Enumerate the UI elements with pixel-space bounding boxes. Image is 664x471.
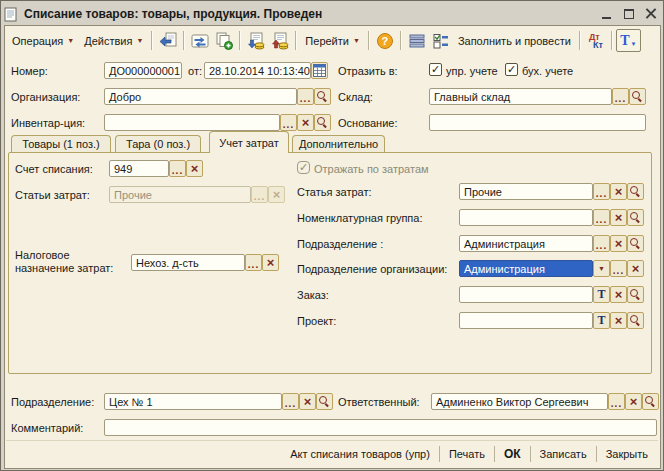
nomenclature-group-label: Номенклатурная группа:: [297, 212, 423, 224]
copy-button[interactable]: [212, 30, 236, 52]
go-to-menu-button[interactable]: Перейти ▼: [300, 32, 365, 50]
inventory-open-button[interactable]: [314, 114, 331, 131]
org-department-dropdown-button[interactable]: ▼: [593, 260, 610, 277]
department-clear-button[interactable]: ×: [610, 235, 627, 252]
management-accounting-checkbox[interactable]: ✓: [429, 63, 442, 76]
footer-department-select-button[interactable]: ...: [282, 393, 299, 410]
tab-goods[interactable]: Товары (1 поз.): [11, 135, 111, 152]
chevron-down-icon: ▼: [67, 37, 74, 44]
responsible-clear-button[interactable]: ×: [625, 393, 642, 410]
project-open-button[interactable]: [627, 312, 644, 329]
responsible-input[interactable]: Админенко Виктор Сергеевич: [431, 393, 608, 410]
footer-department-clear-button[interactable]: ×: [299, 393, 316, 410]
swap-arrows-icon: [191, 32, 209, 50]
nomenclature-group-open-button[interactable]: [627, 209, 644, 226]
tax-purpose-select-button[interactable]: ...: [245, 254, 262, 271]
warehouse-select-button[interactable]: ...: [612, 88, 629, 105]
writeoff-account-clear-button[interactable]: ×: [186, 160, 203, 177]
organization-input[interactable]: Добро: [104, 88, 297, 105]
inventory-select-button[interactable]: ...: [280, 114, 297, 131]
warehouse-open-button[interactable]: [629, 88, 646, 105]
warehouse-input[interactable]: Главный склад: [429, 88, 612, 105]
actions-menu-button[interactable]: Действия ▼: [79, 32, 148, 50]
nomenclature-group-clear-button[interactable]: ×: [610, 209, 627, 226]
tab-additional[interactable]: Дополнительно: [292, 135, 385, 152]
check-icon: ✓: [299, 162, 308, 173]
show-postings-button[interactable]: Дт Кт: [584, 30, 608, 52]
department-select-button[interactable]: ...: [593, 235, 610, 252]
department-open-button[interactable]: [627, 235, 644, 252]
org-department-label: Подразделение организации:: [297, 263, 447, 275]
refresh-button[interactable]: [188, 30, 212, 52]
help-icon: ?: [377, 33, 393, 49]
magnifier-icon: [630, 212, 641, 223]
order-open-button[interactable]: [627, 286, 644, 303]
close-icon[interactable]: [643, 6, 658, 21]
toolbar-separator: [579, 31, 581, 50]
fill-settings-button[interactable]: [429, 30, 453, 52]
unpost-document-button[interactable]: [268, 30, 292, 52]
calendar-button[interactable]: [311, 62, 328, 79]
project-clear-button[interactable]: ×: [610, 312, 627, 329]
document-list-button[interactable]: [405, 30, 429, 52]
fill-and-post-button[interactable]: Заполнить и провести: [453, 32, 576, 50]
save-button[interactable]: Записать: [531, 446, 596, 462]
organization-open-button[interactable]: [314, 88, 331, 105]
comment-label: Комментарий:: [11, 422, 83, 434]
document-window: Списание товаров: товары, продукция. Про…: [0, 0, 664, 471]
writeoff-account-input[interactable]: 949: [109, 160, 169, 177]
org-department-select-button[interactable]: ...: [610, 260, 627, 277]
cost-item-input[interactable]: Прочие: [459, 183, 593, 200]
tax-purpose-input[interactable]: Нехоз. д-сть: [131, 254, 245, 271]
cost-item-open-button[interactable]: [627, 183, 644, 200]
order-clear-button[interactable]: ×: [610, 286, 627, 303]
organization-select-button[interactable]: ...: [297, 88, 314, 105]
operation-menu-button[interactable]: Операция ▼: [7, 32, 79, 50]
post-document-button[interactable]: [244, 30, 268, 52]
basis-input[interactable]: [429, 114, 646, 131]
cost-item-value: Прочие: [464, 186, 502, 198]
footer-department-open-button[interactable]: [316, 393, 333, 410]
nomenclature-group-input[interactable]: [459, 209, 593, 226]
inventory-clear-button[interactable]: ×: [297, 114, 314, 131]
department-input[interactable]: Администрация: [459, 235, 593, 252]
org-department-clear-button[interactable]: ×: [627, 260, 644, 277]
footer-department-label: Подразделение:: [11, 396, 94, 408]
calendar-icon: [313, 64, 326, 77]
act-writeoff-button[interactable]: Акт списания товаров (упр): [281, 446, 439, 462]
magnifier-icon: [630, 315, 641, 326]
inventory-input[interactable]: [104, 114, 280, 131]
writeoff-account-select-button[interactable]: ...: [169, 160, 186, 177]
project-type-button[interactable]: Т: [593, 312, 610, 329]
magnifier-icon: [319, 396, 330, 407]
tab-tare[interactable]: Тара (0 поз.): [115, 135, 201, 152]
cost-items-select-button: ...: [251, 186, 268, 203]
footer-department-input[interactable]: Цех № 1: [104, 393, 282, 410]
tab-cost-accounting[interactable]: Учет затрат: [209, 131, 289, 153]
order-input[interactable]: [459, 286, 593, 303]
cost-item-clear-button[interactable]: ×: [610, 183, 627, 200]
title-bar[interactable]: Списание товаров: товары, продукция. Про…: [4, 3, 660, 25]
nomenclature-group-select-button[interactable]: ...: [593, 209, 610, 226]
basis-label: Основание:: [338, 117, 397, 129]
structure-of-subordination-button[interactable]: Т ▼: [616, 29, 641, 52]
print-button[interactable]: Печать: [440, 446, 494, 462]
responsible-open-button[interactable]: [642, 393, 659, 410]
ok-button[interactable]: ОК: [495, 445, 530, 463]
minimize-icon[interactable]: [599, 6, 614, 21]
comment-input[interactable]: [104, 419, 657, 436]
maximize-icon[interactable]: [621, 6, 636, 21]
book-accounting-checkbox[interactable]: ✓: [505, 63, 518, 76]
reread-document-button[interactable]: [156, 30, 180, 52]
org-department-input[interactable]: Администрация: [459, 260, 593, 277]
close-button[interactable]: Закрыть: [597, 446, 657, 462]
tax-purpose-clear-button[interactable]: ×: [262, 254, 279, 271]
help-button[interactable]: ?: [373, 30, 397, 52]
cost-item-select-button[interactable]: ...: [593, 183, 610, 200]
responsible-select-button[interactable]: ...: [608, 393, 625, 410]
project-input[interactable]: [459, 312, 593, 329]
date-input[interactable]: 28.10.2014 10:13:40: [204, 62, 311, 79]
number-input[interactable]: ДО000000001: [104, 62, 182, 79]
order-type-button[interactable]: Т: [593, 286, 610, 303]
magnifier-icon: [630, 186, 641, 197]
